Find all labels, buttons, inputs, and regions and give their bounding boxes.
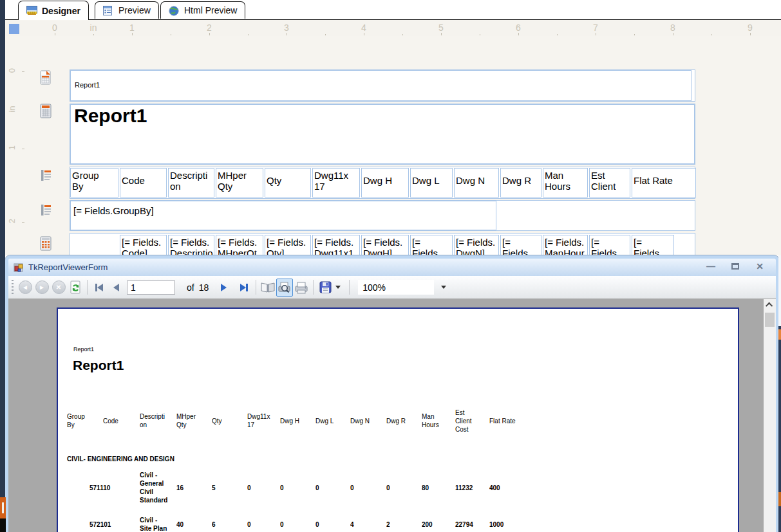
cell-dwg-n: 4 bbox=[350, 520, 386, 529]
previous-page-button[interactable] bbox=[108, 279, 124, 297]
preview-data-row: 571110 Civil - General Civil Standard 16… bbox=[67, 466, 534, 509]
cell-mhper-qty: 16 bbox=[176, 484, 212, 492]
last-page-button[interactable] bbox=[236, 279, 252, 297]
ruler-label: 6 bbox=[510, 23, 527, 33]
detail-cell[interactable]: [= Fields. DwgL] bbox=[410, 235, 453, 255]
designer-tab-icon bbox=[26, 6, 37, 15]
column-header-cell[interactable]: Dwg H bbox=[361, 168, 409, 197]
cell-dwg11x17: 0 bbox=[247, 484, 280, 492]
print-preview-button[interactable] bbox=[276, 279, 293, 297]
ruler-label: in bbox=[7, 102, 17, 116]
close-button[interactable]: ✕ bbox=[753, 261, 767, 272]
page-header-band[interactable]: Report1 bbox=[70, 69, 695, 102]
tab-preview-label: Preview bbox=[118, 5, 151, 15]
column-header-cell[interactable]: Dwg N bbox=[454, 168, 499, 197]
cell-qty: 6 bbox=[212, 520, 247, 529]
page-count: 18 bbox=[199, 282, 209, 293]
detail-cell[interactable]: [= Fields. Qty] bbox=[265, 235, 311, 255]
next-page-button[interactable] bbox=[215, 279, 232, 297]
toolbar-grip[interactable] bbox=[12, 280, 14, 295]
column-header-cell[interactable]: Descripti on bbox=[168, 168, 214, 197]
page-number-input[interactable]: 1 bbox=[127, 280, 175, 295]
preview-column-header: Dwg N bbox=[350, 417, 386, 425]
preview-column-header: Code bbox=[103, 417, 140, 425]
cell-qty: 5 bbox=[212, 484, 247, 492]
page-header-band-icon[interactable] bbox=[39, 69, 53, 86]
cell-dwg11x17: 0 bbox=[247, 520, 280, 529]
column-header-cell[interactable]: Dwg R bbox=[500, 168, 541, 197]
column-header-cell[interactable]: Group By bbox=[70, 168, 118, 197]
cell-est-client-cost: 22794 bbox=[455, 520, 489, 529]
forward-button[interactable]: ► bbox=[33, 279, 50, 297]
column-header-cell[interactable]: Code bbox=[120, 168, 167, 197]
page-header-textbox[interactable]: Report1 bbox=[70, 70, 692, 101]
column-header-cell[interactable]: Flat Rate bbox=[632, 168, 696, 197]
report-title-textbox[interactable]: Report1 bbox=[70, 104, 695, 164]
detail-cell[interactable]: [= Fields. Code] bbox=[120, 235, 167, 255]
cell-code: 571110 bbox=[89, 484, 126, 492]
cell-flat-rate: 1000 bbox=[489, 520, 534, 529]
viewer-toolbar: ◄ ► ✕ 1 of 18 bbox=[8, 276, 776, 299]
group-header-band[interactable]: [= Fields.GroupBy] bbox=[70, 200, 695, 231]
detail-cell[interactable]: [= Fields. Dwg11x1 bbox=[312, 235, 360, 255]
report-header-band-icon[interactable] bbox=[39, 103, 53, 120]
column-header-cell[interactable]: Man Hours bbox=[543, 168, 588, 197]
detail-cell[interactable]: [= Fields. FlatRate] bbox=[632, 235, 674, 255]
preview-column-header: Dwg11x 17 bbox=[247, 412, 280, 429]
report-header-band[interactable]: Report1 bbox=[70, 104, 695, 165]
detail-cell[interactable]: [= Fields. DwgR] bbox=[500, 235, 541, 255]
back-button[interactable]: ◄ bbox=[17, 279, 33, 297]
detail-cell[interactable]: [= Fields. EstClient bbox=[589, 235, 630, 255]
report-designer: Designer Preview Html Preview 0 in 1 2 bbox=[5, 0, 781, 255]
preview-column-header: Dwg H bbox=[280, 417, 315, 425]
cell-dwg-l: 0 bbox=[315, 484, 350, 492]
preview-group-header: CIVIL- ENGINEERING AND DESIGN bbox=[67, 455, 174, 463]
column-header-cell[interactable]: MHper Qty bbox=[216, 168, 263, 197]
preview-column-header: Qty bbox=[212, 417, 247, 425]
detail-cell[interactable]: [= Fields. DwgH] bbox=[361, 235, 409, 255]
window-title: TkReportViewerForm bbox=[28, 262, 108, 272]
maximize-button[interactable] bbox=[728, 261, 742, 272]
column-headers-band-icon[interactable] bbox=[39, 167, 53, 184]
column-header-cell[interactable]: Dwg11x 17 bbox=[312, 168, 360, 197]
report-page: Report1 Report1 Group By Code Descripti … bbox=[57, 307, 739, 532]
export-save-icon[interactable] bbox=[317, 279, 334, 297]
group-header-band-icon[interactable] bbox=[39, 202, 53, 219]
viewer-titlebar[interactable]: TkReportViewerForm — ✕ bbox=[8, 259, 776, 276]
preview-header-row: Group By Code Descripti on MHper Qty Qty… bbox=[67, 404, 534, 437]
tab-html-preview[interactable]: Html Preview bbox=[160, 1, 245, 19]
zoom-dropdown-arrow[interactable] bbox=[434, 279, 453, 297]
detail-cell[interactable]: [= Fields. ManHour bbox=[543, 235, 588, 255]
tab-designer-label: Designer bbox=[42, 6, 80, 16]
print-icon[interactable] bbox=[293, 279, 310, 297]
export-dropdown-arrow[interactable] bbox=[334, 279, 343, 297]
refresh-icon[interactable] bbox=[67, 279, 84, 297]
column-header-cell[interactable]: Dwg L bbox=[410, 168, 453, 197]
column-headers-band[interactable]: Group By Code Descripti on MHper Qty Qty… bbox=[70, 167, 695, 199]
preview-column-header: Group By bbox=[67, 412, 103, 429]
group-expression-textbox[interactable]: [= Fields.GroupBy] bbox=[70, 201, 496, 230]
detail-band[interactable]: [= Fields. Code] [= Fields. Descriptio [… bbox=[70, 233, 695, 255]
stop-button[interactable]: ✕ bbox=[50, 279, 67, 297]
detail-cell[interactable]: [= Fields. DwgN] bbox=[454, 235, 499, 255]
tab-preview[interactable]: Preview bbox=[95, 1, 159, 19]
preview-column-header: Descripti on bbox=[140, 412, 176, 429]
detail-band-icon[interactable] bbox=[39, 235, 53, 252]
column-header-cell[interactable]: Qty bbox=[265, 168, 311, 197]
ruler-corner-handle[interactable] bbox=[9, 24, 19, 34]
minimize-button[interactable]: — bbox=[704, 261, 718, 272]
tab-designer[interactable]: Designer bbox=[18, 1, 89, 20]
detail-cell[interactable]: [= Fields. MHperQt bbox=[216, 235, 263, 255]
vertical-scrollbar[interactable] bbox=[764, 299, 776, 532]
first-page-button[interactable] bbox=[91, 279, 108, 297]
page-setup-icon[interactable] bbox=[259, 279, 276, 297]
ruler-label: 2 bbox=[7, 214, 17, 228]
preview-column-header: Dwg L bbox=[315, 417, 350, 425]
zoom-combobox[interactable]: 100% bbox=[358, 280, 434, 295]
background-window-edge bbox=[778, 255, 781, 532]
detail-cell[interactable]: [= Fields. Descriptio bbox=[168, 235, 214, 255]
scrollbar-thumb[interactable] bbox=[765, 313, 775, 327]
scroll-up-icon[interactable] bbox=[764, 299, 776, 311]
tk-report-viewer-form: TkReportViewerForm — ✕ ◄ ► ✕ 1 of 18 bbox=[5, 255, 779, 532]
column-header-cell[interactable]: Est Client bbox=[589, 168, 630, 197]
